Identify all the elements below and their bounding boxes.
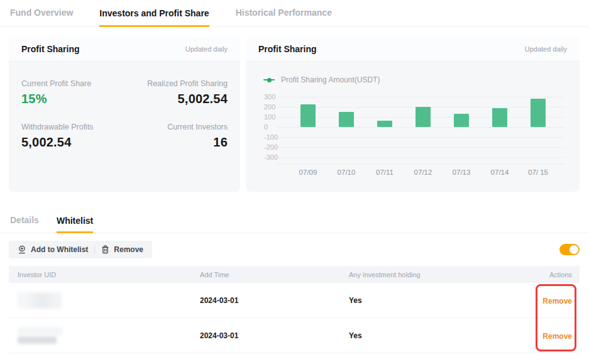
gridline	[277, 97, 564, 97]
stat-value: 5,002.54	[21, 135, 124, 150]
toggle-knob	[570, 245, 578, 254]
gridline	[277, 137, 564, 138]
stats-card-header: Profit Sharing Updated daily	[9, 36, 240, 62]
x-axis-tick-label: 07/10	[338, 168, 356, 176]
gridline	[277, 157, 564, 158]
column-header-investor-uid: Investor UID	[18, 271, 200, 279]
column-header-any-investment-holding: Any investment holding	[349, 271, 522, 279]
whitelist-toggle[interactable]	[559, 244, 580, 255]
x-axis-tick-label: 07/11	[376, 168, 394, 176]
add-to-whitelist-label: Add to Whitelist	[31, 245, 88, 254]
y-axis-tick-label: -100	[264, 133, 278, 141]
add-to-whitelist-icon	[18, 245, 26, 254]
column-header-actions: Actions	[522, 271, 572, 279]
stats-card-body: Current Profit Share 15% Realized Profit…	[9, 62, 240, 160]
x-axis-tick-label: 07/ 15	[528, 168, 548, 176]
y-axis-tick-label: 100	[264, 113, 275, 121]
chart-card-updated-label: Updated daily	[525, 45, 567, 53]
stat-current-investors: Current Investors 16	[124, 123, 228, 150]
holding-cell: Yes	[349, 296, 522, 305]
x-axis-line	[277, 163, 564, 164]
bar-07-10[interactable]	[339, 112, 354, 127]
row-remove-link[interactable]: Remove	[542, 332, 572, 341]
trash-icon	[101, 245, 109, 254]
profit-sharing-bar-chart: 07/0907/1007/1107/1207/1307/1407/ 15 300…	[258, 97, 567, 191]
chart-card-body: Profit Sharing Amount(USDT) 07/0907/1007…	[246, 62, 580, 192]
x-axis-tick-label: 07/14	[491, 168, 509, 176]
whitelist-tab-bar: Details Whitelist	[0, 209, 589, 233]
y-axis-tick-label: 200	[264, 103, 275, 111]
row-remove-link[interactable]: Remove	[542, 297, 572, 306]
investor-uid-redacted	[18, 327, 200, 344]
chart-plot: 07/0907/1007/1107/1207/1307/1407/ 15	[277, 97, 564, 179]
whitelist-table: Investor UID Add Time Any investment hol…	[9, 266, 580, 353]
table-row: 2024-03-01 Yes Remove	[9, 318, 580, 353]
bar-07-13[interactable]	[454, 114, 469, 127]
y-axis-tick-label: 0	[264, 123, 268, 131]
holding-cell: Yes	[349, 331, 522, 340]
stat-withdrawable-profits: Withdrawable Profits 5,002.54	[21, 123, 124, 150]
investor-uid-redacted	[18, 292, 200, 309]
redaction-blur-line	[18, 327, 63, 335]
stat-value: 15%	[21, 92, 124, 106]
bar-07--15[interactable]	[531, 99, 546, 127]
add-time-cell: 2024-03-01	[200, 296, 349, 305]
add-to-whitelist-button[interactable]: Add to Whitelist	[11, 241, 94, 258]
page: Fund Overview Investors and Profit Share…	[0, 0, 589, 364]
redaction-blur-line	[18, 336, 57, 344]
whitelist-toolbar-row: Add to Whitelist Remove	[9, 241, 580, 258]
stat-current-profit-share: Current Profit Share 15%	[21, 79, 124, 106]
legend-label: Profit Sharing Amount(USDT)	[281, 75, 380, 84]
stat-label: Current Profit Share	[21, 79, 124, 88]
x-axis-tick-label: 07/12	[414, 168, 432, 176]
stat-realized-profit-sharing: Realized Profit Sharing 5,002.54	[124, 79, 228, 106]
stat-label: Withdrawable Profits	[21, 123, 124, 131]
cards-row: Profit Sharing Updated daily Current Pro…	[9, 36, 580, 192]
tab-whitelist[interactable]: Whitelist	[57, 209, 93, 233]
redaction-blur	[18, 327, 200, 344]
chart-card-title: Profit Sharing	[258, 44, 317, 54]
x-axis-tick-label: 07/09	[299, 168, 317, 176]
table-row: 2024-03-01 Yes Remove	[9, 283, 580, 318]
bar-07-11[interactable]	[377, 121, 392, 127]
profit-sharing-stats-card: Profit Sharing Updated daily Current Pro…	[9, 36, 240, 192]
stat-label: Current Investors	[124, 123, 228, 131]
bar-07-12[interactable]	[416, 107, 431, 127]
table-header-row: Investor UID Add Time Any investment hol…	[9, 266, 580, 283]
legend-line-dot-icon	[263, 79, 275, 80]
stats-card-updated-label: Updated daily	[185, 45, 228, 53]
y-axis-tick-label: 300	[264, 93, 275, 101]
remove-button-label: Remove	[114, 245, 143, 254]
gridline	[277, 147, 564, 148]
stat-label: Realized Profit Sharing	[124, 79, 228, 88]
y-axis-tick-label: -300	[264, 153, 278, 161]
profit-sharing-chart-card: Profit Sharing Updated daily Profit Shar…	[246, 36, 580, 192]
remove-button[interactable]: Remove	[95, 241, 150, 258]
tab-fund-overview[interactable]: Fund Overview	[10, 0, 73, 26]
add-time-cell: 2024-03-01	[200, 331, 349, 340]
column-header-add-time: Add Time	[200, 271, 349, 279]
whitelist-toolbar: Add to Whitelist Remove	[9, 241, 152, 258]
stat-value: 16	[124, 135, 228, 150]
x-axis-tick-label: 07/13	[453, 168, 471, 176]
tab-investors-profit-share[interactable]: Investors and Profit Share	[99, 1, 209, 27]
stats-grid: Current Profit Share 15% Realized Profit…	[21, 79, 228, 150]
redaction-blur	[18, 292, 62, 309]
tab-details[interactable]: Details	[10, 209, 39, 233]
chart-legend[interactable]: Profit Sharing Amount(USDT)	[263, 74, 567, 85]
y-axis-tick-label: -200	[264, 143, 278, 151]
stat-value: 5,002.54	[124, 92, 228, 106]
bar-07-14[interactable]	[492, 108, 507, 127]
bar-07-09[interactable]	[300, 104, 316, 127]
gridline	[277, 127, 564, 128]
chart-card-header: Profit Sharing Updated daily	[246, 36, 580, 62]
top-tab-bar: Fund Overview Investors and Profit Share…	[0, 0, 589, 27]
tab-historical-performance[interactable]: Historical Performance	[236, 0, 332, 26]
stats-card-title: Profit Sharing	[21, 44, 80, 54]
